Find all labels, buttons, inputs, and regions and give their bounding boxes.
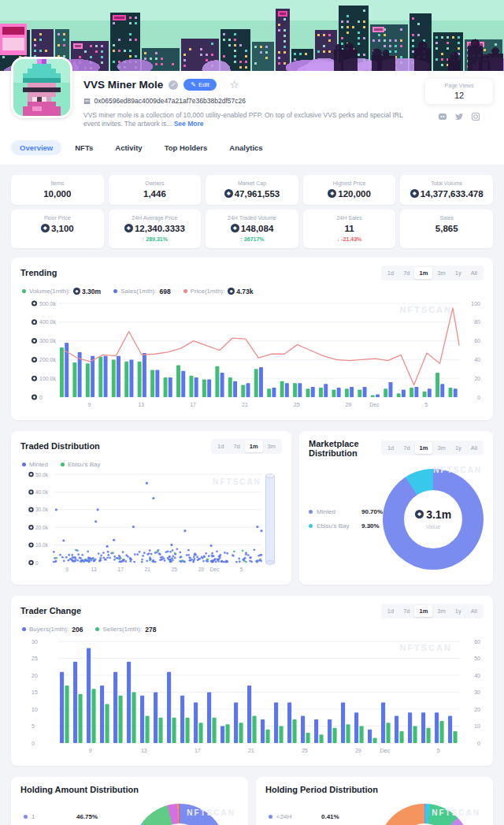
stat-label: 24H Traded Volume <box>208 215 296 221</box>
range-3m[interactable]: 3m <box>432 442 450 454</box>
stat-label: Owners <box>111 180 199 186</box>
legend-value: 698 <box>160 288 171 295</box>
page-views-label: Page Views <box>428 83 490 88</box>
legend-ebisu-s-bay: Ebisu's Bay <box>61 461 101 468</box>
token-icon: ◆ <box>124 224 133 232</box>
stat-floor-price: Floor Price◆3,100 <box>11 210 104 248</box>
svg-text:Dec: Dec <box>380 748 391 753</box>
legend-label: Sellers(1mth): <box>102 626 142 633</box>
range-1d[interactable]: 1d <box>383 267 398 279</box>
range-1m[interactable]: 1m <box>414 605 432 617</box>
range-1y[interactable]: 1y <box>450 605 466 617</box>
traded-legend: MintedEbisu's Bay <box>22 461 280 468</box>
svg-text:29: 29 <box>198 567 205 572</box>
collection-info: VVS Miner Mole ✓ ✎Edit ☆ ▤ 0x06596ed89ac… <box>72 77 425 129</box>
stat-value: ◆47,961,553 <box>208 189 296 199</box>
range-1d[interactable]: 1d <box>213 440 228 452</box>
legend-pct: 46.75% <box>76 813 98 820</box>
favorite-star-icon[interactable]: ☆ <box>230 79 239 91</box>
website-icon[interactable] <box>471 112 480 121</box>
svg-text:21: 21 <box>242 402 248 407</box>
range-1d[interactable]: 1d <box>383 442 398 454</box>
range-all[interactable]: All <box>466 442 482 454</box>
stat-change: ↑ 289.31% <box>111 236 199 242</box>
tabs: OverviewNFTsActivityTop HoldersAnalytics <box>0 132 504 165</box>
range-7d[interactable]: 7d <box>398 267 414 279</box>
legend-label: Minted <box>29 461 48 468</box>
svg-text:60: 60 <box>474 338 480 344</box>
contract-address[interactable]: 0x06596ed89ac4009de47a21af7e36b38b2df57c… <box>94 97 246 105</box>
tab-top-holders[interactable]: Top Holders <box>156 140 217 155</box>
range-7d[interactable]: 7d <box>398 442 414 454</box>
stat-value: 10,000 <box>13 189 102 199</box>
page: VVS Miner Mole ✓ ✎Edit ☆ ▤ 0x06596ed89ac… <box>0 0 504 825</box>
stat-value-text: 10,000 <box>43 189 71 199</box>
svg-text:10: 10 <box>474 723 480 729</box>
edit-button[interactable]: ✎Edit <box>183 79 217 91</box>
range-1d[interactable]: 1d <box>383 605 398 617</box>
discord-icon[interactable] <box>438 112 447 121</box>
see-more-link[interactable]: See More <box>174 120 204 128</box>
svg-text:20.0k: 20.0k <box>35 525 49 530</box>
legend-value: 278 <box>145 626 156 634</box>
range-1y[interactable]: 1y <box>450 442 466 454</box>
range-3m[interactable]: 3m <box>263 440 280 452</box>
range-3m[interactable]: 3m <box>432 267 450 279</box>
svg-text:10: 10 <box>32 706 38 712</box>
traded-chart: NFTSCAN 50.0k40.0k30.0k20.0k10.0k0913172… <box>20 470 282 577</box>
collection-title: VVS Miner Mole <box>83 79 163 91</box>
legend-label: Price(1mth): <box>191 288 225 295</box>
page-views-card: Page Views 12 <box>425 79 493 104</box>
legend-value-text: 206 <box>72 626 83 634</box>
token-icon: ◆ <box>410 189 419 198</box>
svg-text:17: 17 <box>190 402 196 407</box>
svg-text:100: 100 <box>471 300 480 306</box>
range-all[interactable]: All <box>466 267 482 279</box>
token-icon: ◆ <box>228 288 235 295</box>
marketplace-legend: Minted90.70%Ebisu's Bay9.30% <box>309 508 383 530</box>
svg-text:20: 20 <box>32 672 38 678</box>
legend-dot <box>22 463 26 466</box>
tab-overview[interactable]: Overview <box>11 140 61 155</box>
range-3m[interactable]: 3m <box>432 605 450 617</box>
svg-text:20: 20 <box>474 706 480 712</box>
svg-text:50: 50 <box>474 656 480 661</box>
range-1m[interactable]: 1m <box>414 267 432 279</box>
svg-text:9: 9 <box>89 748 92 753</box>
svg-text:25: 25 <box>294 402 300 407</box>
holding-period-legend: <24H0.41%1-7D1.60%7-30D10.66%30-3M62.34%… <box>265 813 378 825</box>
tab-activity[interactable]: Activity <box>106 140 150 155</box>
stat-highest-price: Highest Price◆120,000 <box>303 175 396 205</box>
legend-dot <box>95 627 99 631</box>
legend-value: ◆4.73k <box>228 288 253 295</box>
legend-buyers-1mth: Buyers(1mth):206 <box>22 626 83 634</box>
holding-amount-donut: 1.4k Holders <box>133 804 226 825</box>
tab-nfts[interactable]: NFTs <box>66 140 102 155</box>
legend-dot <box>113 289 117 293</box>
tab-analytics[interactable]: Analytics <box>220 140 271 155</box>
legend-value-text: 4.73k <box>236 288 253 295</box>
svg-text:29: 29 <box>346 402 352 407</box>
svg-text:0: 0 <box>32 740 35 745</box>
legend-dot <box>24 815 28 819</box>
twitter-icon[interactable] <box>454 112 464 121</box>
range-7d[interactable]: 7d <box>228 440 244 452</box>
svg-text:80: 80 <box>474 319 480 325</box>
stat-owners: Owners1,446 <box>109 175 202 205</box>
svg-text:50.0k: 50.0k <box>35 471 49 477</box>
range-1y[interactable]: 1y <box>450 267 466 279</box>
svg-text:17: 17 <box>195 748 201 753</box>
legend-value-text: 3.30m <box>82 288 101 295</box>
stat-total-volume: Total Volume◆14,377,633.478 <box>400 175 493 205</box>
trending-card: Trending 1d7d1m3m1yAll Volume(1mth):◆3.3… <box>11 258 493 420</box>
nftscan-watermark: NFTSCAN <box>399 305 452 314</box>
range-7d[interactable]: 7d <box>398 605 414 617</box>
svg-text:25: 25 <box>302 748 308 753</box>
range-1m[interactable]: 1m <box>245 440 263 452</box>
svg-text:Dec: Dec <box>210 567 220 572</box>
range-1m[interactable]: 1m <box>415 442 433 454</box>
range-all[interactable]: All <box>466 605 482 617</box>
pencil-icon: ✎ <box>191 81 196 88</box>
legend-dot <box>61 463 65 466</box>
stat-value-text: 47,961,553 <box>235 189 280 199</box>
